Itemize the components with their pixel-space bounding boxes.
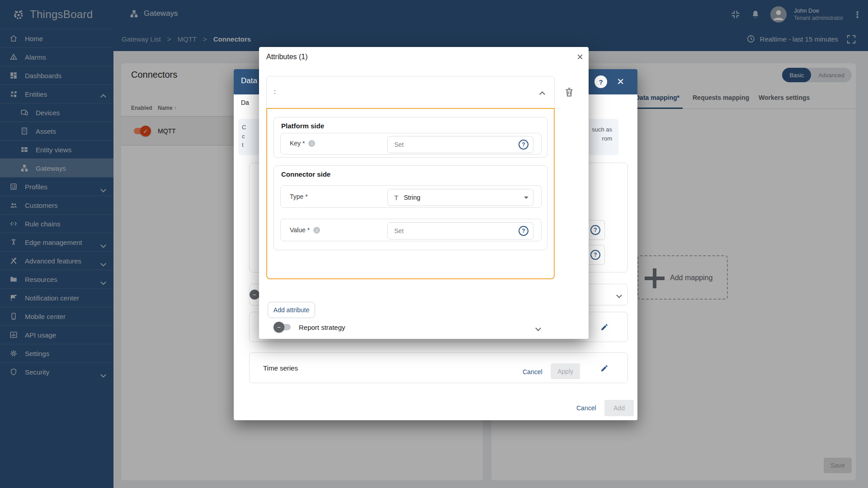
cancel-button[interactable]: Cancel	[523, 368, 542, 375]
value-input[interactable]	[394, 227, 519, 235]
type-label: Type *	[290, 193, 308, 200]
value-input-box[interactable]: ?	[387, 222, 533, 239]
chevron-down-icon	[536, 324, 540, 332]
platform-side-title: Platform side	[281, 122, 324, 130]
attribute-form: Platform side Key * i ? Connector side	[266, 108, 555, 279]
help-icon[interactable]: ?	[519, 140, 528, 150]
key-input-box[interactable]: ?	[387, 136, 533, 153]
info-text-fragment: such as	[592, 125, 612, 134]
string-type-icon: T	[394, 194, 398, 202]
type-value: String	[404, 194, 524, 201]
close-icon[interactable]: ×	[617, 75, 624, 89]
chevron-down-icon	[617, 291, 621, 299]
help-icon[interactable]: ?	[594, 75, 607, 88]
report-strategy-toggle[interactable]: −	[274, 322, 291, 333]
type-field-row: Type * T String	[280, 185, 542, 208]
info-icon: i	[313, 227, 320, 234]
help-icon[interactable]: ?	[590, 250, 600, 260]
dropdown-caret-icon	[524, 197, 528, 199]
edit-pencil-icon[interactable]	[600, 323, 609, 331]
platform-side-group: Platform side Key * i ?	[274, 117, 547, 158]
toggle-off-icon: −	[274, 322, 284, 333]
screen: ThingsBoard Home Alarms Dashboards Entit…	[0, 0, 868, 488]
value-label: Value *	[290, 226, 310, 234]
connector-side-title: Connector side	[281, 170, 330, 178]
toggle-off-icon[interactable]: −	[250, 290, 259, 300]
attribute-panel-label: :	[274, 88, 276, 95]
info-text-fragment: t	[242, 141, 246, 150]
key-label: Key *	[290, 140, 305, 147]
add-button[interactable]: Add	[604, 400, 634, 416]
attributes-dialog-title: Attributes (1)	[266, 53, 308, 61]
edit-pencil-icon[interactable]	[600, 364, 609, 372]
cancel-button[interactable]: Cancel	[576, 404, 596, 412]
report-strategy-row: − Report strategy	[274, 319, 547, 335]
attribute-panel-header[interactable]: :	[266, 76, 555, 108]
dialog-text-fragment: Da	[241, 99, 249, 106]
help-icon[interactable]: ?	[519, 226, 528, 236]
info-text-fragment: c	[242, 132, 246, 141]
key-field-row: Key * i ?	[280, 133, 542, 155]
attributes-dialog: Attributes (1) × : Platform side Key * i	[259, 47, 589, 339]
help-icon[interactable]: ?	[590, 225, 600, 235]
close-icon[interactable]: ×	[577, 51, 583, 63]
value-field-row: Value * i ?	[280, 219, 542, 241]
add-attribute-button[interactable]: Add attribute	[268, 302, 315, 318]
info-text-fragment: C	[242, 123, 246, 132]
time-series-label: Time series	[263, 364, 298, 372]
delete-attribute-icon[interactable]	[564, 87, 575, 98]
info-icon: i	[308, 140, 315, 147]
apply-button[interactable]: Apply	[551, 363, 580, 379]
chevron-up-icon	[540, 90, 544, 98]
type-select[interactable]: T String	[387, 189, 533, 206]
connector-side-group: Connector side Type * T String Value * i	[274, 165, 547, 250]
key-input[interactable]	[394, 141, 519, 148]
report-strategy-label: Report strategy	[299, 324, 345, 331]
info-text-fragment: rom	[592, 134, 612, 143]
